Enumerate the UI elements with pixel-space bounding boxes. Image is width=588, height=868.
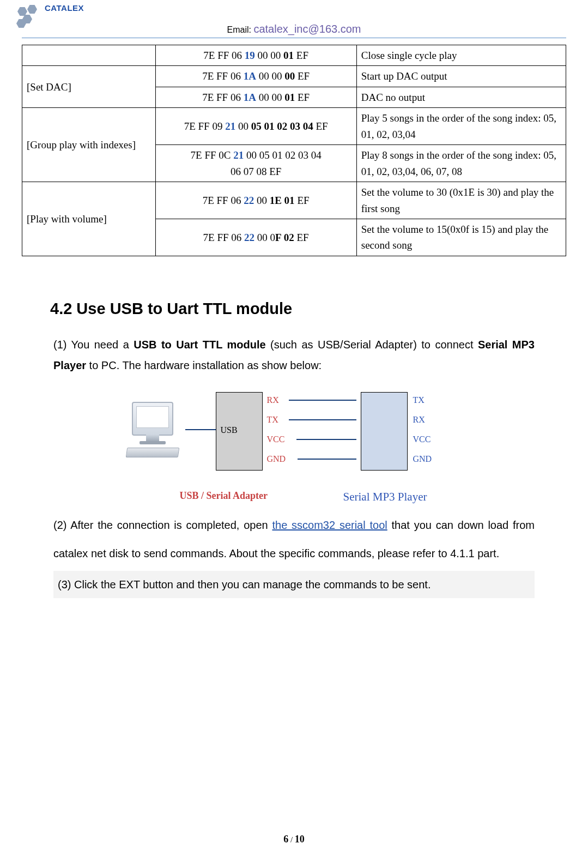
page-header: CATALEX Email: catalex_inc@163.com (22, 0, 566, 38)
usb-serial-adapter-box: USB (216, 392, 263, 471)
email-address: catalex_inc@163.com (253, 23, 361, 35)
serial-mp3-player-box (361, 392, 408, 471)
paragraph-3: (3) Click the EXT button and then you ca… (53, 571, 535, 598)
diagram-caption-usb: USB / Serial Adapter (180, 490, 268, 502)
diagram-caption-mp3: Serial MP3 Player (343, 490, 427, 504)
usb-pin-tx: TX (267, 415, 278, 425)
wire-4 (298, 459, 356, 460)
table-row: [Set DAC]7E FF 06 1A 00 00 00 EFStart up… (22, 66, 566, 87)
paragraph-1: (1) You need a USB to Uart TTL module (s… (53, 334, 535, 376)
table-row: [Play with volume]7E FF 06 22 00 1E 01 E… (22, 182, 566, 219)
usb-pin-vcc: VCC (267, 435, 285, 444)
mp3-pin-tx: TX (413, 395, 425, 405)
usb-pin-gnd: GND (267, 454, 286, 464)
paragraph-2: (2) After the connection is completed, o… (53, 511, 535, 568)
pc-icon (125, 401, 191, 461)
header-email: Email: catalex_inc@163.com (22, 23, 566, 35)
command-bytes: 7E FF 06 22 00 1E 01 EF (155, 182, 356, 219)
command-description: Play 8 songs in the order of the song in… (356, 145, 566, 182)
row-label: [Group play with indexes] (22, 108, 156, 182)
command-description: DAC no output (356, 87, 566, 107)
mp3-pin-vcc: VCC (413, 435, 431, 444)
command-table: 7E FF 06 19 00 00 01 EFClose single cycl… (22, 45, 566, 256)
command-bytes: 7E FF 06 1A 00 00 00 EF (155, 66, 356, 87)
command-description: Start up DAC output (356, 66, 566, 87)
table-row: [Group play with indexes]7E FF 09 21 00 … (22, 108, 566, 145)
wire-3 (296, 439, 356, 440)
command-bytes: 7E FF 06 19 00 00 01 EF (155, 45, 356, 66)
mp3-pin-rx: RX (413, 415, 425, 425)
command-bytes: 7E FF 0C 21 00 05 01 02 03 0406 07 08 EF (155, 145, 356, 182)
command-description: Set the volume to 30 (0x1E is 30) and pl… (356, 182, 566, 219)
row-label (22, 45, 156, 66)
mp3-pin-gnd: GND (413, 454, 432, 464)
wire-2 (289, 419, 356, 420)
command-bytes: 7E FF 06 22 00 0F 02 EF (155, 219, 356, 256)
page-number: 6 / 10 (0, 834, 588, 845)
usb-pin-rx: RX (267, 395, 279, 405)
wire-pc-to-usb (185, 429, 216, 430)
wire-1 (289, 400, 356, 401)
usb-label: USB (221, 425, 238, 435)
command-description: Set the volume to 15(0x0f is 15) and pla… (356, 219, 566, 256)
email-label: Email: (227, 25, 254, 34)
wiring-diagram: USB RX TX VCC GND TX RX VCC GND USB / Se… (125, 385, 463, 505)
command-bytes: 7E FF 09 21 00 05 01 02 03 04 EF (155, 108, 356, 145)
brand-name: CATALEX (45, 3, 84, 13)
section-heading-4-2: 4.2 Use USB to Uart TTL module (50, 300, 566, 318)
command-description: Close single cycle play (356, 45, 566, 66)
sscom32-link[interactable]: the sscom32 serial tool (272, 519, 387, 531)
row-label: [Play with volume] (22, 182, 156, 256)
command-bytes: 7E FF 06 1A 00 00 01 EF (155, 87, 356, 107)
command-description: Play 5 songs in the order of the song in… (356, 108, 566, 145)
table-row: 7E FF 06 19 00 00 01 EFClose single cycl… (22, 45, 566, 66)
row-label: [Set DAC] (22, 66, 156, 108)
